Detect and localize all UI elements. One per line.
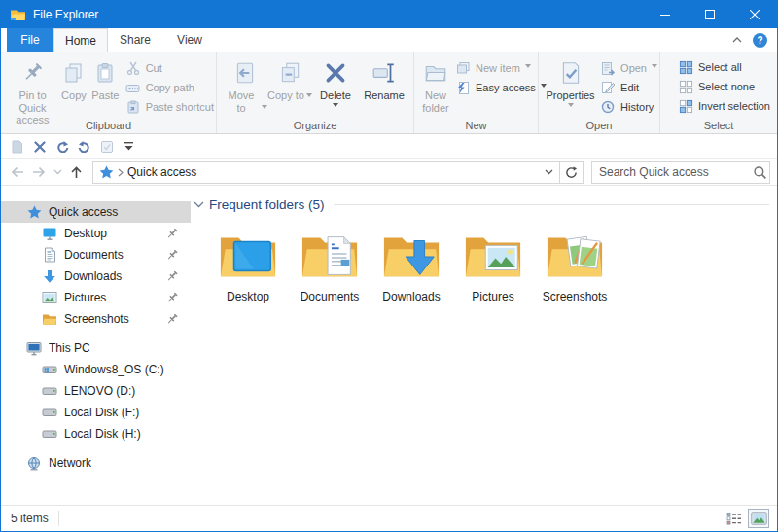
qat-delete-button[interactable] <box>31 138 48 155</box>
open-button[interactable]: Open <box>600 58 657 78</box>
qat-check-doc-button[interactable] <box>98 138 115 155</box>
paste-shortcut-icon <box>125 99 141 115</box>
documents-folder-icon <box>300 226 360 286</box>
back-button[interactable] <box>7 161 28 183</box>
tab-share[interactable]: Share <box>108 28 162 52</box>
up-arrow-icon <box>69 165 84 180</box>
folder-tile-label: Downloads <box>382 290 440 303</box>
back-arrow-icon <box>10 165 25 179</box>
select-all-button[interactable]: Select all <box>678 57 770 77</box>
edit-label: Edit <box>620 82 639 93</box>
frequent-folders-grid: Desktop Documents <box>207 226 771 303</box>
history-button[interactable]: History <box>600 97 657 117</box>
sidebar-item-screenshots[interactable]: Screenshots <box>1 308 191 330</box>
folder-tile-label: Desktop <box>227 290 269 303</box>
sidebar-item-drive-f[interactable]: Local Disk (F:) <box>1 402 191 423</box>
sidebar-item-drive-d[interactable]: LENOVO (D:) <box>1 380 191 402</box>
help-button[interactable]: ? <box>753 33 767 48</box>
paste-shortcut-button[interactable]: Paste shortcut <box>125 97 214 117</box>
new-item-caret-icon <box>525 64 531 71</box>
search-input[interactable] <box>592 165 750 179</box>
sidebar-item-drive-h[interactable]: Local Disk (H:) <box>1 423 191 444</box>
folder-tile-documents[interactable]: Documents <box>289 226 371 303</box>
copy-path-button[interactable]: Copy path <box>125 78 214 97</box>
folder-tile-desktop[interactable]: Desktop <box>207 226 289 303</box>
sidebar-item-label: Local Disk (H:) <box>64 427 141 441</box>
delete-button[interactable]: Delete <box>312 53 359 112</box>
easy-access-button[interactable]: Easy access <box>455 78 547 97</box>
forward-button[interactable] <box>28 161 50 183</box>
properties-button[interactable]: Properties <box>545 53 596 112</box>
close-button[interactable] <box>732 1 777 28</box>
sidebar-item-network[interactable]: Network <box>1 452 191 474</box>
folder-tile-label: Screenshots <box>543 290 608 303</box>
minimize-button[interactable] <box>643 1 688 28</box>
open-group-label: Open <box>539 120 659 131</box>
cut-button[interactable]: Cut <box>125 58 214 78</box>
search-button[interactable] <box>750 165 769 180</box>
new-folder-button[interactable]: New folder <box>420 53 451 114</box>
qat-delete-icon <box>34 141 46 153</box>
edit-button[interactable]: Edit <box>600 78 657 97</box>
ribbon-group-organize: Move to Copy to Delete Rename Organize <box>217 52 414 133</box>
sidebar-item-desktop[interactable]: Desktop <box>1 223 191 244</box>
new-item-button[interactable]: New item <box>455 58 547 78</box>
select-group-label: Select <box>660 120 777 131</box>
folder-tile-downloads[interactable]: Downloads <box>371 226 452 303</box>
tab-home[interactable]: Home <box>53 28 108 52</box>
select-none-button[interactable]: Select none <box>678 77 770 96</box>
clipboard-small-buttons: Cut Copy path Paste shortcut <box>125 58 214 117</box>
pin-indicator-icon <box>165 249 178 262</box>
qat-undo-button[interactable] <box>76 138 92 155</box>
sidebar-item-label: This PC <box>49 341 90 355</box>
sidebar-item-this-pc[interactable]: This PC <box>1 337 191 359</box>
details-view-button[interactable] <box>724 509 745 528</box>
copy-to-button[interactable]: Copy to <box>267 53 312 102</box>
folder-tile-screenshots[interactable]: Screenshots <box>534 226 616 303</box>
network-icon <box>26 455 42 471</box>
collapse-ribbon-button[interactable] <box>731 36 743 44</box>
tab-file[interactable]: File <box>7 28 53 52</box>
desktop-icon <box>42 226 57 241</box>
frequent-folders-header[interactable]: Frequent folders (5) <box>194 197 771 212</box>
invert-selection-button[interactable]: Invert selection <box>678 96 770 116</box>
pin-to-quick-access-button[interactable]: Pin to Quick access <box>7 53 58 126</box>
copy-button[interactable]: Copy <box>58 53 89 102</box>
thumbnail-view-button[interactable] <box>748 509 769 528</box>
pin-indicator-icon <box>165 313 178 326</box>
history-label: History <box>620 101 654 113</box>
sidebar-item-drive-c[interactable]: Windows8_OS (C:) <box>1 359 191 380</box>
sidebar-item-downloads[interactable]: Downloads <box>1 266 191 287</box>
folder-tile-pictures[interactable]: Pictures <box>452 226 534 303</box>
qat-redo-button[interactable] <box>53 138 70 155</box>
copy-to-label: Copy to <box>267 89 304 102</box>
ribbon-group-select: Select all Select none Invert selection … <box>660 52 777 133</box>
clipboard-group-label: Clipboard <box>1 120 216 131</box>
select-all-icon <box>678 59 693 75</box>
tab-view[interactable]: View <box>162 28 217 52</box>
recent-locations-button[interactable] <box>50 161 65 183</box>
up-button[interactable] <box>65 161 87 183</box>
sidebar-item-quick-access[interactable]: Quick access <box>1 201 191 223</box>
copy-label: Copy <box>61 89 87 102</box>
minimize-icon <box>660 10 670 19</box>
new-folder-icon <box>420 57 451 89</box>
maximize-icon <box>705 10 715 19</box>
move-to-button[interactable]: Move to <box>223 53 267 114</box>
address-row: Quick access <box>1 160 777 186</box>
open-caret-icon <box>652 64 657 71</box>
sidebar-item-pictures[interactable]: Pictures <box>1 287 191 308</box>
download-arrow-icon <box>42 268 57 284</box>
sidebar-item-documents[interactable]: Documents <box>1 244 191 266</box>
qat-customize-button[interactable] <box>121 138 137 155</box>
address-dropdown-button[interactable] <box>538 162 559 183</box>
refresh-icon <box>565 166 578 179</box>
refresh-button[interactable] <box>559 162 583 183</box>
address-bar[interactable]: Quick access <box>92 161 584 184</box>
ribbon-group-new: New folder New item Easy access New <box>414 52 539 133</box>
paste-button[interactable]: Paste <box>89 53 122 102</box>
rename-button[interactable]: Rename <box>359 53 409 102</box>
qat-properties-button[interactable] <box>9 138 25 155</box>
pin-indicator-icon <box>165 292 178 304</box>
maximize-button[interactable] <box>688 1 732 28</box>
